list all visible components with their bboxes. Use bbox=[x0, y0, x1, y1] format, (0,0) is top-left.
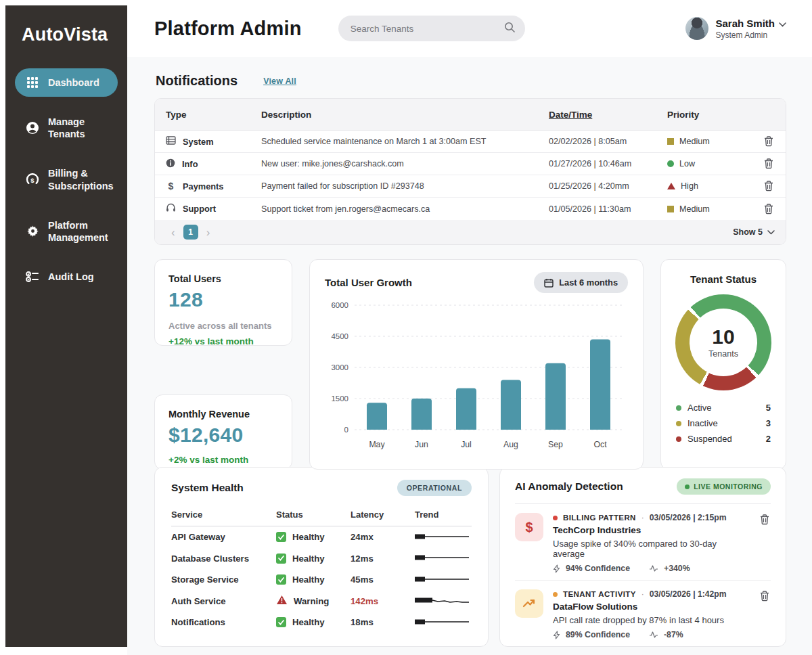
priority-marker-medium bbox=[667, 138, 674, 145]
user-growth-bar-chart: 01500300045006000MayJunJulAugSepOct bbox=[325, 296, 628, 457]
page-prev-button[interactable]: ‹ bbox=[166, 227, 181, 238]
col-trend: Trend bbox=[415, 510, 472, 520]
service-name: Auth Service bbox=[171, 596, 276, 606]
legend-item-suspended: Suspended 2 bbox=[676, 434, 771, 444]
monthly-revenue-delta: +2% vs last month bbox=[168, 455, 278, 465]
date-range-button[interactable]: Last 6 months bbox=[534, 272, 628, 293]
total-users-subtitle: Active across all tenants bbox=[168, 321, 278, 331]
priority-marker-high bbox=[667, 183, 675, 189]
service-name: Storage Service bbox=[171, 574, 276, 585]
anomaly-confidence: 94% Confidence bbox=[566, 564, 630, 573]
show-count-select[interactable]: Show 5 bbox=[733, 227, 775, 237]
priority-marker-low bbox=[667, 160, 674, 167]
table-header: Type Description Date/Time Priority bbox=[155, 99, 786, 131]
row-description: Scheduled service maintenance on March 1… bbox=[261, 137, 549, 146]
card-title: AI Anomaly Detection bbox=[515, 480, 623, 493]
card-title: Monthly Revenue bbox=[168, 409, 278, 420]
svg-text:6000: 6000 bbox=[331, 301, 348, 309]
col-latency: Latency bbox=[351, 510, 415, 520]
svg-text:0: 0 bbox=[344, 426, 348, 434]
info-icon bbox=[166, 158, 175, 170]
operational-badge: OPERATIONAL bbox=[397, 480, 472, 496]
service-status: Healthy bbox=[276, 532, 351, 542]
card-title: Total Users bbox=[168, 273, 278, 284]
service-name: Notifications bbox=[171, 617, 276, 627]
chevron-down-icon bbox=[779, 18, 786, 30]
topbar: Platform Admin Sarah Smith System Admi bbox=[127, 0, 812, 57]
checklist-icon bbox=[26, 271, 39, 283]
ai-anomaly-card: AI Anomaly Detection LIVE MONITORING $ bbox=[499, 467, 786, 647]
total-users-value: 128 bbox=[168, 288, 278, 311]
health-row: Database Clusters Healthy 12ms bbox=[171, 548, 472, 570]
svg-text:$: $ bbox=[30, 176, 35, 183]
anomaly-dot-icon bbox=[553, 516, 558, 520]
delete-notification-button[interactable] bbox=[763, 135, 775, 148]
row-description: Support ticket from jen.rogers@acmecars.… bbox=[261, 204, 549, 214]
page-number-button[interactable]: 1 bbox=[183, 225, 198, 240]
user-menu[interactable]: Sarah Smith System Admin bbox=[685, 17, 786, 40]
view-all-link[interactable]: View All bbox=[263, 76, 296, 86]
card-title: Tenant Status bbox=[672, 273, 775, 285]
delete-notification-button[interactable] bbox=[763, 202, 775, 216]
legend-dot bbox=[676, 436, 681, 442]
user-circle-icon bbox=[26, 121, 39, 135]
sidebar-item-dashboard[interactable]: Dashboard bbox=[15, 68, 118, 97]
row-type-label: Payments bbox=[183, 181, 223, 191]
service-status: Healthy bbox=[276, 574, 351, 585]
delete-notification-button[interactable] bbox=[763, 157, 775, 171]
table-row[interactable]: $ Payments Payment failed for subscripti… bbox=[155, 175, 786, 198]
activity-icon bbox=[649, 564, 658, 572]
sidebar-item-label: Audit Log bbox=[48, 271, 94, 283]
delete-anomaly-button[interactable] bbox=[759, 513, 771, 526]
anomaly-tag: TENANT ACTIVITY bbox=[563, 590, 636, 598]
page-title: Platform Admin bbox=[154, 18, 302, 40]
monthly-revenue-value: $12,640 bbox=[168, 424, 278, 447]
tenant-legend: Active 5 Inactive 3 Suspended 2 bbox=[676, 403, 771, 449]
row-type-label: Info bbox=[182, 159, 198, 169]
legend-item-active: Active 5 bbox=[676, 403, 771, 413]
anomaly-item: TENANT ACTIVITY · 03/05/2026 | 1:42pm Da… bbox=[515, 580, 771, 646]
server-icon bbox=[166, 136, 176, 147]
sidebar-item-manage-tenants[interactable]: Manage Tenants bbox=[15, 108, 118, 148]
user-role: System Admin bbox=[715, 30, 786, 40]
dollar-icon: $ bbox=[166, 181, 176, 191]
warning-triangle-icon bbox=[276, 595, 288, 607]
service-latency: 24mx bbox=[351, 532, 415, 542]
svg-text:Jul: Jul bbox=[461, 440, 472, 449]
tenant-status-card: Tenant Status 10 Tenants Active 5 bbox=[660, 259, 786, 470]
gear-icon bbox=[26, 225, 39, 238]
anomaly-confidence: 89% Confidence bbox=[566, 630, 630, 639]
trend-sparkline bbox=[415, 531, 472, 543]
sidebar-item-billing[interactable]: $ Billing & Subscriptions bbox=[15, 159, 118, 200]
sidebar-item-platform-management[interactable]: Platform Management bbox=[15, 211, 118, 252]
calendar-icon bbox=[544, 278, 554, 288]
search-input[interactable] bbox=[351, 24, 504, 34]
svg-text:1500: 1500 bbox=[331, 394, 348, 403]
chevron-down-icon bbox=[767, 230, 775, 235]
system-health-rows: API Gateway Healthy 24mx Database Cluste… bbox=[171, 526, 472, 633]
col-datetime-sort[interactable]: Date/Time bbox=[549, 110, 667, 120]
table-row[interactable]: Info New user: mike.jones@carshack.com 0… bbox=[155, 153, 786, 175]
zap-icon bbox=[553, 564, 560, 573]
priority-label: Medium bbox=[679, 204, 710, 214]
svg-text:4500: 4500 bbox=[331, 332, 348, 340]
row-description: New user: mike.jones@carshack.com bbox=[261, 159, 549, 168]
priority-label: Low bbox=[679, 159, 695, 168]
table-row[interactable]: Support Support ticket from jen.rogers@a… bbox=[155, 198, 786, 220]
delete-anomaly-button[interactable] bbox=[759, 589, 771, 603]
health-row: Storage Service Healthy 45ms bbox=[171, 569, 472, 591]
col-type: Type bbox=[166, 110, 261, 120]
priority-marker-medium bbox=[667, 206, 674, 212]
sidebar-item-label: Billing & Subscriptions bbox=[48, 167, 114, 191]
table-row[interactable]: System Scheduled service maintenance on … bbox=[155, 131, 786, 153]
sidebar: AutoVista Dashboard Manage Tenants bbox=[5, 5, 127, 647]
service-latency: 45ms bbox=[351, 574, 415, 585]
page-next-button[interactable]: › bbox=[201, 227, 216, 238]
col-status: Status bbox=[276, 510, 351, 520]
legend-dot bbox=[676, 421, 681, 426]
search-box[interactable] bbox=[338, 16, 525, 41]
sidebar-item-audit-log[interactable]: Audit Log bbox=[15, 263, 118, 291]
delete-notification-button[interactable] bbox=[763, 179, 775, 193]
live-monitoring-badge: LIVE MONITORING bbox=[677, 478, 771, 495]
col-service: Service bbox=[171, 510, 276, 520]
